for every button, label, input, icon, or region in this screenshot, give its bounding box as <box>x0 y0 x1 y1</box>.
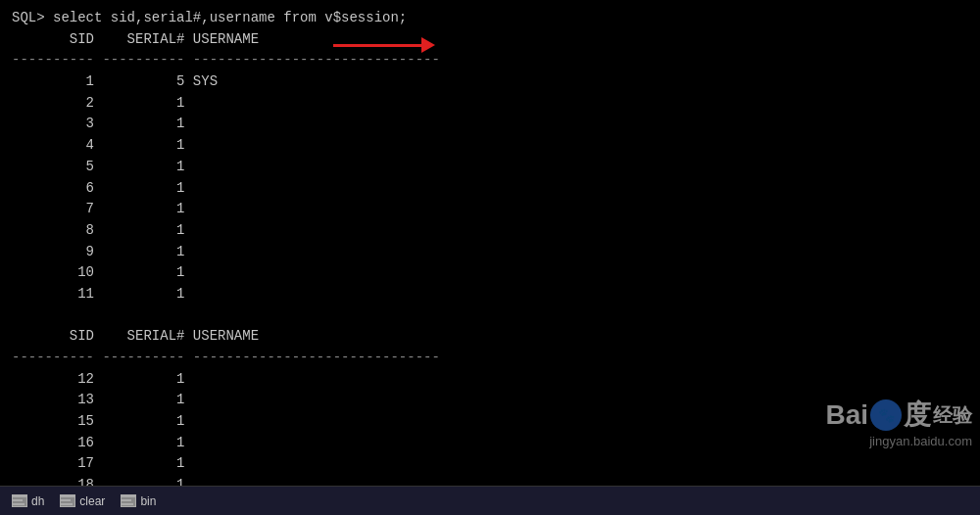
baidu-url: jingyan.baidu.com <box>869 434 972 448</box>
baidu-suffix-text: 经验 <box>933 402 972 429</box>
taskbar-label-bin: bin <box>140 494 156 508</box>
table-row: 12 1 <box>12 369 968 391</box>
svg-rect-4 <box>61 499 71 501</box>
svg-rect-8 <box>122 503 133 505</box>
arrow-line <box>333 44 421 47</box>
right-arrow <box>333 37 435 53</box>
table-row: 17 1 <box>12 453 968 475</box>
svg-rect-5 <box>61 503 73 505</box>
taskbar-item-dh[interactable]: dh <box>6 492 50 510</box>
table-row: 18 1 <box>12 475 968 486</box>
svg-rect-7 <box>122 499 131 501</box>
arrow-annotation <box>333 37 435 53</box>
taskbar-label-clear: clear <box>79 494 105 508</box>
table-row: 9 1 <box>12 242 968 263</box>
table-row: 6 1 <box>12 178 968 200</box>
baidu-paw-icon: 🐾 <box>870 399 902 431</box>
table-row: 8 1 <box>12 220 968 242</box>
taskbar: dh clear bin <box>0 486 980 515</box>
section1-header: SID SERIAL# USERNAME <box>12 29 968 51</box>
taskbar-item-clear[interactable]: clear <box>54 492 111 510</box>
table-row: 2 1 <box>12 93 968 115</box>
terminal: SQL> select sid,serial#,username from v$… <box>0 0 980 486</box>
svg-rect-6 <box>122 495 135 497</box>
svg-rect-0 <box>13 495 26 497</box>
table-row: 11 1 <box>12 284 968 305</box>
section1-separator: ---------- ---------- ------------------… <box>12 50 968 71</box>
baidu-text-du: 度 <box>904 397 931 434</box>
blank-line <box>12 305 968 327</box>
arrow-head <box>421 37 435 53</box>
svg-rect-3 <box>61 495 74 497</box>
taskbar-icon-clear <box>60 494 75 507</box>
sql-prompt-line: SQL> select sid,serial#,username from v$… <box>12 8 968 29</box>
table-row: 1 5 SYS <box>12 71 968 93</box>
svg-rect-2 <box>13 503 24 505</box>
svg-rect-1 <box>13 499 23 501</box>
baidu-watermark: Bai 🐾 度 经验 jingyan.baidu.com <box>825 397 972 448</box>
section2-separator: ---------- ---------- ------------------… <box>12 348 968 369</box>
section2-header: SID SERIAL# USERNAME <box>12 326 968 348</box>
table-row: 7 1 <box>12 199 968 220</box>
taskbar-item-bin[interactable]: bin <box>115 492 162 510</box>
baidu-text-bai: Bai <box>825 399 868 431</box>
table-row: 4 1 <box>12 135 968 157</box>
table-row: 5 1 <box>12 157 968 178</box>
table-row: 3 1 <box>12 114 968 135</box>
baidu-logo: Bai 🐾 度 经验 <box>825 397 972 434</box>
table-row: 10 1 <box>12 262 968 284</box>
taskbar-icon-bin <box>121 494 136 507</box>
taskbar-label-dh: dh <box>31 494 44 508</box>
taskbar-icon-dh <box>12 494 27 507</box>
